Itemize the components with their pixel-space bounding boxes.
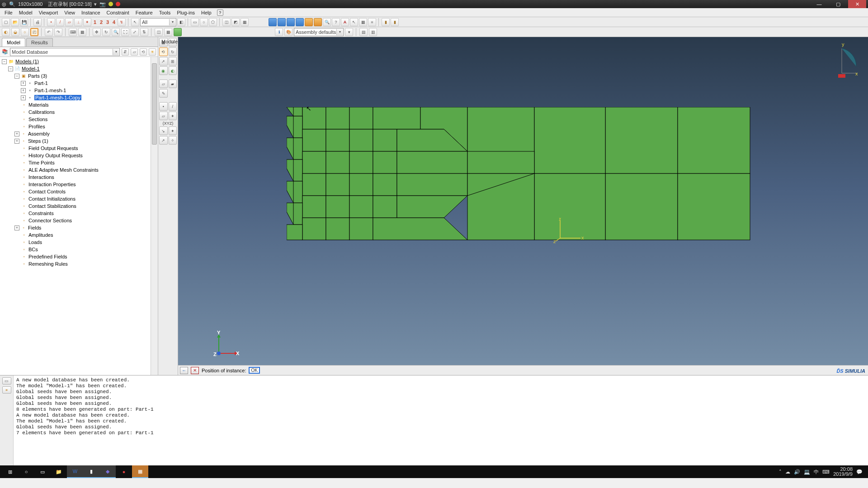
toolbox-merge-button[interactable]: ◉ xyxy=(159,66,168,75)
tray-notifications-icon[interactable]: 💬 xyxy=(856,469,863,475)
message-cli-button[interactable]: » xyxy=(2,386,11,394)
tree-node-fields[interactable]: +▫Fields xyxy=(0,224,158,231)
menu-feature[interactable]: Feature xyxy=(133,9,156,16)
tree-node-bcs[interactable]: ▫BCs xyxy=(0,246,158,253)
part-display-button[interactable]: ◫ xyxy=(155,28,163,36)
toolbox-datum-plane-button[interactable]: ▱ xyxy=(159,112,168,120)
rect-select-button[interactable]: ▭ xyxy=(191,18,199,26)
display-group-button[interactable]: ◰ xyxy=(30,28,38,36)
tray-volume-icon[interactable]: 🔊 xyxy=(794,469,800,475)
menu-plugins[interactable]: Plug-ins xyxy=(174,9,198,16)
datum-plane-button[interactable]: ▱ xyxy=(65,18,73,26)
tree-node-part-1-mesh-1-copy[interactable]: +▫Part-1-mesh-1-Copy xyxy=(0,94,158,101)
toolbox-rotate-button[interactable]: ↻ xyxy=(169,47,177,56)
toolbox-edit-button[interactable]: ✎ xyxy=(159,89,168,98)
tree-node-contact-stabilizations[interactable]: ▫Contact Stabilizations xyxy=(0,202,158,210)
annotate-button[interactable]: A xyxy=(341,18,349,26)
render-5-button[interactable] xyxy=(305,18,313,26)
menu-viewport[interactable]: Viewport xyxy=(36,9,61,16)
tree-node-materials[interactable]: ▫Materials xyxy=(0,101,158,108)
taskbar-recorder[interactable]: ● xyxy=(116,465,132,478)
menu-instance[interactable]: Instance xyxy=(79,9,103,16)
tree-node-field-output-requests[interactable]: ▫Field Output Requests xyxy=(0,145,158,152)
close-button[interactable]: ✕ xyxy=(848,0,866,8)
taskbar-app1[interactable]: ◆ xyxy=(99,465,116,478)
camera-icon[interactable]: 📷 xyxy=(99,1,106,7)
tree-node-ale-adaptive-mesh-constraints[interactable]: ▫ALE Adaptive Mesh Constraints xyxy=(0,166,158,174)
select-toggle-button[interactable]: ◧ xyxy=(177,18,185,26)
tree-node-steps-1-[interactable]: +▫Steps (1) xyxy=(0,137,158,145)
datum-1[interactable]: 1 xyxy=(92,19,98,25)
save-button[interactable]: 💾 xyxy=(20,18,28,26)
render-shaded-button[interactable] xyxy=(287,18,295,26)
toolbox-translate-button[interactable]: ⟲ xyxy=(159,47,168,56)
stop-icon[interactable] xyxy=(116,2,120,6)
persp-view-button[interactable]: ◩ xyxy=(231,18,240,26)
circle-select-button[interactable]: ○ xyxy=(200,18,208,26)
info-button[interactable]: ℹ xyxy=(275,28,283,36)
tree-node-remeshing-rules[interactable]: ▫Remeshing Rules xyxy=(0,260,158,267)
cortana-button[interactable]: ○ xyxy=(18,465,34,478)
viewport[interactable]: y x z X Y Z y x ↖ ← ✕ Position of xyxy=(178,37,868,375)
tree-node-assembly[interactable]: +▫Assembly xyxy=(0,130,158,137)
toolbox-coord-1-button[interactable]: ↘ xyxy=(159,127,168,135)
tree-node-profiles[interactable]: ▫Profiles xyxy=(0,123,158,130)
datum-3[interactable]: 3 xyxy=(105,19,110,25)
pause-icon[interactable] xyxy=(108,2,113,6)
cycle-views-button[interactable]: ⇅ xyxy=(140,28,148,36)
datum-csys3-button[interactable]: ✦ xyxy=(83,18,91,26)
zoom-auto-button[interactable]: ⤢ xyxy=(131,28,139,36)
assembly-display-button[interactable]: ▦ xyxy=(164,28,172,36)
color-apply-button[interactable]: ▾ xyxy=(345,28,353,36)
datum-csys-button[interactable]: ⟂ xyxy=(74,18,82,26)
toolbox-coord-2-button[interactable]: ✦ xyxy=(169,127,177,135)
render-6-button[interactable] xyxy=(314,18,322,26)
datum-axis-button[interactable]: / xyxy=(56,18,64,26)
db-highlight-button[interactable]: ☀ xyxy=(149,48,156,56)
tray-up-icon[interactable]: ˄ xyxy=(779,469,782,475)
db-filter-button[interactable]: ▱ xyxy=(131,48,138,56)
menu-constraint[interactable]: Constraint xyxy=(104,9,132,16)
iso-view-button[interactable]: ◫ xyxy=(222,18,231,26)
toolbox-translate-to-button[interactable]: ↗ xyxy=(159,57,168,66)
toolbox-datum-point-button[interactable]: • xyxy=(159,102,168,111)
tree-node-time-points[interactable]: ▫Time Points xyxy=(0,159,158,166)
view-cube[interactable]: y x xyxy=(828,42,860,82)
datum-4[interactable]: 4 xyxy=(111,19,117,25)
poly-select-button[interactable]: ⬠ xyxy=(209,18,217,26)
model-tree[interactable]: −📁Models (1) −📄Model-1 −▣Parts (3) +▫Par… xyxy=(0,57,158,375)
ladder1-button[interactable]: ▮ xyxy=(382,18,390,26)
layer1-button[interactable]: ▤ xyxy=(359,28,368,36)
tray-input-icon[interactable]: ⌨ xyxy=(822,469,830,475)
toolbox-coord-4-button[interactable]: ✧ xyxy=(169,136,177,145)
toolbox-datum-csys-button[interactable]: ✦ xyxy=(169,112,177,120)
tree-node-part-1-mesh-1[interactable]: +▫Part-1-mesh-1 xyxy=(0,87,158,94)
tree-node-connector-sections[interactable]: ▫Connector Sections xyxy=(0,217,158,224)
tree-node-history-output-requests[interactable]: ▫History Output Requests xyxy=(0,152,158,159)
prompt-cancel-button[interactable]: ✕ xyxy=(191,367,199,374)
taskbar-cmd[interactable]: ▮ xyxy=(83,465,99,478)
tree-node-interactions[interactable]: ▫Interactions xyxy=(0,174,158,181)
select-arrow-button[interactable]: ↖ xyxy=(350,18,358,26)
mesh-display-button[interactable] xyxy=(174,28,182,36)
circle2-button[interactable]: ◒ xyxy=(11,28,19,36)
tree-node-sections[interactable]: ▫Sections xyxy=(0,116,158,123)
zoom-fit-button[interactable]: ⛶ xyxy=(121,28,129,36)
layer2-button[interactable]: ▥ xyxy=(369,28,377,36)
tree-node-calibrations[interactable]: ▫Calibrations xyxy=(0,108,158,116)
tree-node-parts[interactable]: −▣Parts (3) xyxy=(0,72,158,80)
datum-csys-extra-button[interactable]: ↯ xyxy=(118,18,126,26)
rotate-button[interactable]: ↻ xyxy=(102,28,110,36)
color-code-button[interactable]: 🎨 xyxy=(284,28,292,36)
pan-button[interactable]: ✥ xyxy=(93,28,101,36)
render-shaded-edges-button[interactable] xyxy=(296,18,304,26)
db-expand-button[interactable]: ⇵ xyxy=(122,48,129,56)
prompt-back-button[interactable]: ← xyxy=(180,367,188,374)
toolbox-partition-face-button[interactable]: ▱ xyxy=(159,80,168,88)
menu-tools[interactable]: Tools xyxy=(156,9,174,16)
message-text[interactable]: A new model database has been created. T… xyxy=(14,375,868,465)
grid-button[interactable]: ▦ xyxy=(78,28,86,36)
prompt-ok-button[interactable]: OK xyxy=(249,367,259,374)
tree-node-contact-controls[interactable]: ▫Contact Controls xyxy=(0,188,158,195)
toolbox-partition-cell-button[interactable]: ▰ xyxy=(169,80,177,88)
